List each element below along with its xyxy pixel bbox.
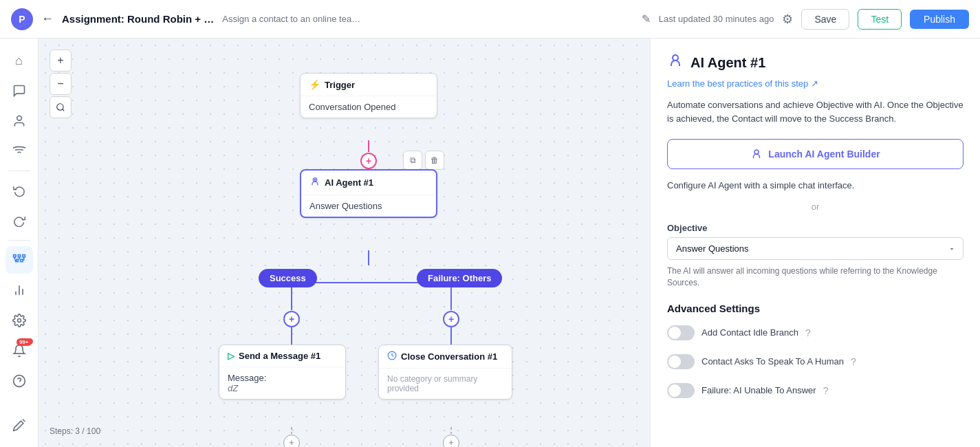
trigger-node-body: Conversation Opened	[301, 96, 437, 118]
close-conversation-body: No category or summary provided	[379, 369, 512, 399]
sidebar-home-icon[interactable]: ⌂	[6, 47, 33, 74]
svg-point-34	[754, 150, 759, 154]
send-message-body: Message: dZ	[219, 367, 345, 399]
sidebar-contacts-icon[interactable]	[6, 107, 33, 135]
advanced-settings-title: Advanced Settings	[667, 303, 963, 314]
sidebar-help-icon[interactable]	[6, 367, 33, 395]
close-conversation-header: Close Conversation #1	[379, 345, 512, 369]
learn-link-text: Learn the best practices of this step	[667, 78, 808, 89]
speak-human-toggle[interactable]	[667, 354, 695, 369]
zoom-out-button[interactable]: −	[50, 73, 72, 95]
speak-human-label: Contact Asks To Speak To A Human	[701, 356, 844, 367]
top-nav: P ← Assignment: Round Robin + … Assign a…	[0, 0, 980, 39]
sidebar-divider-1	[8, 171, 30, 171]
unable-answer-help-icon[interactable]: ?	[823, 385, 829, 396]
send-message-content-label: Message:	[228, 373, 266, 383]
unable-answer-toggle[interactable]	[667, 383, 695, 398]
steps-counter: Steps: 3 / 100	[50, 426, 100, 436]
ai-agent-label: AI Agent #1	[325, 177, 373, 188]
canvas-controls: + −	[50, 50, 72, 118]
svg-line-19	[63, 109, 65, 111]
objective-hint: The AI will answer all incoming question…	[667, 265, 963, 289]
trigger-node[interactable]: ⚡ Trigger Conversation Opened	[300, 73, 437, 118]
panel-title: AI Agent #1	[667, 52, 963, 73]
panel-title-text: AI Agent #1	[690, 55, 765, 71]
sidebar-pencil-icon[interactable]	[6, 411, 33, 439]
add-step-button-bottom-right[interactable]: +	[443, 435, 459, 447]
nav-avatar: P	[11, 8, 33, 30]
nav-edit-icon[interactable]: ✎	[642, 12, 651, 25]
learn-link[interactable]: Learn the best practices of this step ↗	[667, 78, 963, 89]
trigger-label: Trigger	[325, 80, 355, 90]
main-area: ⌂ 99+	[0, 39, 980, 447]
right-panel: AI Agent #1 Learn the best practices of …	[650, 39, 980, 447]
svg-rect-4	[23, 255, 25, 257]
sidebar-network-icon[interactable]	[6, 246, 33, 274]
sidebar-signal-icon[interactable]	[6, 138, 33, 165]
send-message-node[interactable]: ▷ Send a Message #1 Message: dZ	[219, 345, 346, 400]
copy-node-button[interactable]: ⧉	[403, 151, 422, 170]
trigger-icon: ⚡	[309, 79, 320, 90]
sidebar-redo-icon[interactable]	[6, 207, 33, 235]
launch-ai-agent-builder-button[interactable]: Launch AI Agent Builder	[667, 139, 963, 169]
nav-title: Assignment: Round Robin + …	[62, 13, 214, 25]
svg-rect-3	[18, 255, 20, 257]
canvas-area[interactable]: + −	[39, 39, 650, 447]
objective-label: Objective	[667, 223, 963, 233]
nav-back-button[interactable]: ←	[41, 12, 54, 26]
or-divider: or	[667, 201, 963, 212]
test-button[interactable]: Test	[858, 9, 902, 30]
panel-description: Automate conversations and achieve Objec…	[667, 98, 963, 125]
svg-point-31	[314, 179, 315, 180]
unable-answer-label: Failure: AI Unable To Answer	[701, 385, 816, 395]
speak-human-help-icon[interactable]: ?	[851, 356, 856, 367]
idle-branch-help-icon[interactable]: ?	[805, 327, 811, 338]
svg-point-0	[17, 116, 21, 121]
send-message-content: dZ	[228, 383, 238, 393]
svg-point-33	[673, 55, 678, 61]
add-step-button-failure[interactable]: +	[443, 311, 459, 327]
add-step-button-success[interactable]: +	[283, 311, 300, 327]
add-step-button-1[interactable]: +	[360, 153, 377, 169]
svg-point-18	[57, 104, 63, 110]
external-link-icon: ↗	[811, 78, 818, 89]
sidebar-chat-icon[interactable]	[6, 77, 33, 105]
delete-node-button[interactable]: 🗑	[425, 151, 444, 170]
add-step-button-bottom-left[interactable]: +	[283, 435, 300, 447]
nav-gear-icon[interactable]: ⚙	[782, 12, 793, 27]
sidebar-notification-icon[interactable]: 99+	[6, 337, 33, 364]
svg-rect-2	[13, 255, 15, 257]
toggle-row-speak-human: Contact Asks To Speak To A Human ?	[667, 354, 963, 369]
save-button[interactable]: Save	[801, 9, 849, 30]
ai-agent-node[interactable]: AI Agent #1 Answer Questions	[300, 169, 437, 218]
sidebar-divider-2	[8, 240, 30, 241]
zoom-in-button[interactable]: +	[50, 50, 72, 72]
ai-agent-icon	[309, 176, 320, 189]
close-conversation-label: Close Conversation #1	[401, 351, 497, 362]
idle-branch-toggle[interactable]	[667, 325, 695, 340]
sidebar-chart-icon[interactable]	[6, 276, 33, 304]
configure-text: Configure AI Agent with a simple chat in…	[667, 180, 963, 190]
close-conversation-node[interactable]: Close Conversation #1 No category or sum…	[378, 345, 512, 400]
publish-button[interactable]: Publish	[910, 10, 969, 29]
close-conversation-icon	[387, 351, 397, 362]
svg-line-17	[23, 419, 25, 422]
toggle-row-idle-branch: Add Contact Idle Branch ?	[667, 325, 963, 340]
trigger-node-header: ⚡ Trigger	[301, 74, 437, 96]
ai-agent-node-body: Answer Questions	[301, 195, 436, 217]
panel-title-icon	[667, 52, 684, 73]
left-sidebar: ⌂ 99+	[0, 39, 39, 447]
fit-button[interactable]	[50, 96, 72, 118]
sidebar-undo-icon[interactable]	[6, 177, 33, 204]
node-actions: ⧉ 🗑	[403, 151, 444, 170]
objective-select[interactable]: Answer Questions	[667, 237, 963, 260]
idle-branch-label: Add Contact Idle Branch	[701, 327, 798, 338]
svg-point-14	[17, 319, 21, 323]
nav-last-updated: Last updated 30 minutes ago	[659, 14, 774, 24]
svg-rect-6	[20, 259, 22, 261]
failure-branch[interactable]: Failure: Others	[417, 269, 502, 287]
success-branch[interactable]: Success	[259, 269, 317, 287]
sidebar-settings-icon[interactable]	[6, 307, 33, 334]
send-message-icon: ▷	[228, 351, 235, 361]
send-message-header: ▷ Send a Message #1	[219, 345, 345, 367]
